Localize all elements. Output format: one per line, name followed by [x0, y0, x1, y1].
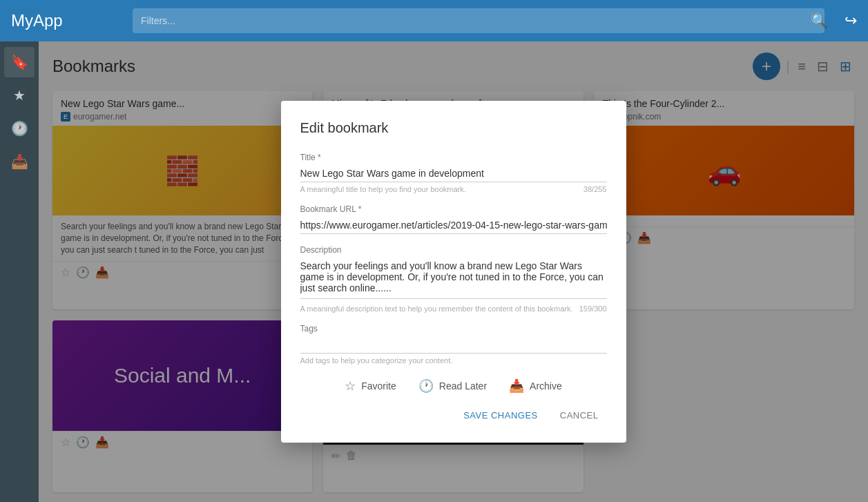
sidebar-item-recent[interactable]: 🕐 [4, 113, 35, 144]
modal-title: Edit bookmark [300, 120, 607, 136]
sidebar-item-starred[interactable]: ★ [4, 80, 35, 110]
header: MyApp 🔍 ↪ [0, 0, 868, 41]
search-icon[interactable]: 🔍 [811, 12, 828, 29]
tags-label: Tags [300, 324, 607, 334]
description-label: Description [300, 245, 607, 255]
action-toggles: ☆ Favorite 🕐 Read Later 📥 Archive [300, 378, 607, 394]
sidebar-item-bookmarks[interactable]: 🔖 [4, 47, 35, 77]
search-input[interactable] [133, 8, 824, 33]
archive-toggle[interactable]: 📥 Archive [509, 378, 562, 394]
tags-input[interactable] [300, 336, 607, 354]
url-input[interactable] [300, 217, 607, 234]
read-later-toggle[interactable]: 🕐 Read Later [418, 378, 487, 394]
tags-field: Tags Add tags to help you categorize you… [300, 324, 607, 365]
title-input[interactable] [300, 165, 607, 182]
favorite-label: Favorite [361, 380, 396, 392]
favorite-toggle[interactable]: ☆ Favorite [345, 378, 396, 394]
title-hint: A meaningful title to help you find your… [300, 185, 466, 193]
url-label: Bookmark URL * [300, 204, 607, 214]
app-title: MyApp [11, 11, 122, 30]
description-hint: A meaningful description text to help yo… [300, 305, 573, 313]
main-content: Bookmarks + | ≡ ⊟ ⊞ New Lego Star Wars g… [39, 41, 868, 502]
sidebar: 🔖 ★ 🕐 📥 [0, 41, 39, 502]
description-field: Description Search your feelings and you… [300, 245, 607, 313]
star-icon: ☆ [345, 378, 356, 394]
url-field: Bookmark URL * [300, 204, 607, 234]
archive-icon: 📥 [509, 378, 524, 394]
sidebar-item-archive[interactable]: 📥 [4, 146, 35, 177]
title-field: Title * A meaningful title to help you f… [300, 153, 607, 193]
title-label: Title * [300, 153, 607, 162]
title-count: 38/255 [584, 185, 607, 193]
save-button[interactable]: SAVE CHANGES [455, 405, 546, 426]
cancel-button[interactable]: CANCEL [552, 405, 607, 426]
tags-hint: Add tags to help you categorize your con… [300, 356, 607, 365]
description-input[interactable]: Search your feelings and you'll know a b… [300, 258, 607, 299]
archive-label: Archive [530, 380, 562, 392]
edit-bookmark-modal: Edit bookmark Title * A meaningful title… [281, 101, 626, 443]
modal-overlay[interactable]: Edit bookmark Title * A meaningful title… [39, 41, 868, 502]
read-later-label: Read Later [439, 380, 487, 392]
login-icon[interactable]: ↪ [845, 12, 857, 30]
description-count: 159/300 [579, 305, 607, 313]
layout: 🔖 ★ 🕐 📥 Bookmarks + | ≡ ⊟ ⊞ New Lego Sta… [0, 41, 868, 502]
clock-icon: 🕐 [418, 378, 434, 394]
modal-footer: SAVE CHANGES CANCEL [300, 405, 607, 426]
